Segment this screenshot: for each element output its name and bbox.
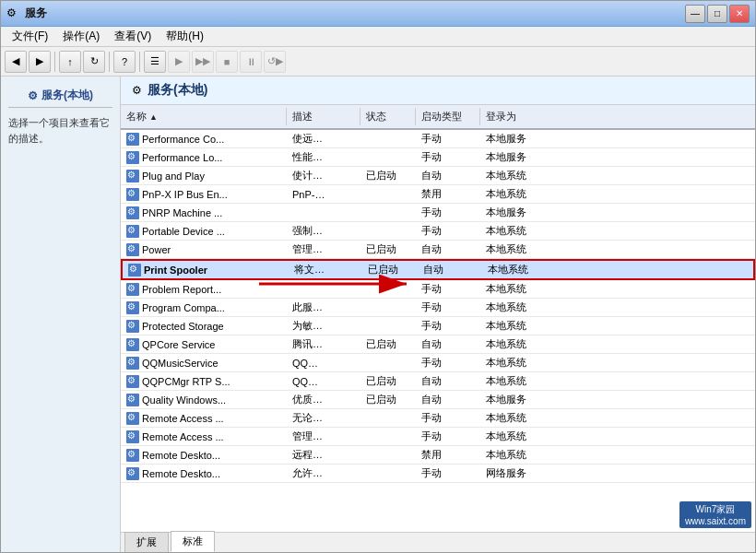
table-body[interactable]: Performance Co... 使远… 手动 本地服务 Performanc… xyxy=(121,130,755,532)
table-row[interactable]: Performance Co... 使远… 手动 本地服务 xyxy=(121,130,755,148)
service-name-cell: QQMusicService xyxy=(121,355,287,371)
service-icon xyxy=(126,449,139,462)
service-startup-cell: 手动 xyxy=(416,465,480,482)
service-icon xyxy=(126,301,139,314)
table-row[interactable]: Protected Storage 为敏… 手动 本地系统 xyxy=(121,317,755,335)
service-name: QPCore Service xyxy=(142,339,215,350)
service-startup-cell: 手动 xyxy=(416,317,480,335)
col-startup-header[interactable]: 启动类型 xyxy=(416,108,480,125)
service-startup-cell: 自动 xyxy=(416,391,480,408)
service-status-cell xyxy=(360,229,416,233)
restore-button[interactable]: □ xyxy=(707,5,727,23)
service-startup-cell: 手动 xyxy=(416,130,480,147)
menu-action[interactable]: 操作(A) xyxy=(55,27,107,46)
col-desc-header[interactable]: 描述 xyxy=(287,108,360,125)
service-desc-cell: 此服… xyxy=(287,299,360,316)
table-row[interactable]: Remote Access ... 无论… 手动 本地系统 xyxy=(121,409,755,428)
service-name-cell: Quality Windows... xyxy=(121,392,287,408)
refresh-button[interactable]: ↻ xyxy=(83,51,105,73)
service-icon xyxy=(126,206,139,219)
forward-button[interactable]: ▶ xyxy=(29,51,51,73)
service-desc-cell: QQ… xyxy=(287,374,360,389)
service-desc-cell: 腾讯… xyxy=(287,335,360,353)
service-name-cell: Performance Lo... xyxy=(121,149,287,166)
table-row[interactable]: Plug and Play 使计… 已启动 自动 本地系统 xyxy=(121,167,755,185)
service-name-cell: Plug and Play xyxy=(121,168,287,184)
play2-button[interactable]: ▶▶ xyxy=(192,51,214,73)
service-name: Remote Deskto... xyxy=(142,468,220,479)
title-bar: ⚙ 服务 — □ ✕ xyxy=(1,1,755,27)
table-row[interactable]: QQMusicService QQ… 手动 本地系统 xyxy=(121,354,755,372)
service-name-cell: QPCore Service xyxy=(121,336,287,353)
play-button[interactable]: ▶ xyxy=(168,51,190,73)
service-name-cell: QQPCMgr RTP S... xyxy=(121,373,287,390)
stop-button[interactable]: ■ xyxy=(216,51,238,73)
col-name-header[interactable]: 名称 ▲ xyxy=(121,108,287,125)
service-name: Portable Device ... xyxy=(142,226,225,237)
table-row[interactable]: Problem Report... 手动 本地系统 xyxy=(121,280,755,299)
table-row[interactable]: QQPCMgr RTP S... QQ… 已启动 自动 本地系统 xyxy=(121,372,755,391)
service-icon xyxy=(126,151,139,164)
menu-view[interactable]: 查看(V) xyxy=(107,27,159,46)
service-logon-cell: 本地系统 xyxy=(480,280,563,298)
service-name-cell: Portable Device ... xyxy=(121,223,287,240)
service-name-cell: Remote Deskto... xyxy=(121,447,287,464)
service-status-cell xyxy=(360,156,416,159)
tab-标准[interactable]: 标准 xyxy=(171,531,215,552)
service-logon-cell: 本地服务 xyxy=(480,204,563,221)
table-row[interactable]: PNRP Machine ... 手动 本地服务 xyxy=(121,204,755,222)
table-row[interactable]: Print Spooler 将文… 已启动 自动 本地系统 xyxy=(121,259,755,280)
table-row[interactable]: Program Compa... 此服… 手动 本地系统 xyxy=(121,299,755,317)
service-name-cell: PnP-X IP Bus En... xyxy=(121,186,287,203)
service-startup-cell: 禁用 xyxy=(416,446,480,464)
table-row[interactable]: PnP-X IP Bus En... PnP-… 禁用 本地系统 xyxy=(121,185,755,204)
col-status-header[interactable]: 状态 xyxy=(360,108,416,125)
service-status-cell xyxy=(360,417,416,420)
service-startup-cell: 自动 xyxy=(416,241,480,258)
table-row[interactable]: QPCore Service 腾讯… 已启动 自动 本地系统 xyxy=(121,335,755,354)
service-logon-cell: 本地系统 xyxy=(482,261,565,278)
minimize-button[interactable]: — xyxy=(685,5,705,23)
table-row[interactable]: Portable Device ... 强制… 手动 本地系统 xyxy=(121,222,755,241)
service-status-cell: 已启动 xyxy=(362,261,418,278)
sort-arrow: ▲ xyxy=(149,112,158,122)
back-button[interactable]: ◀ xyxy=(5,51,27,73)
content-header: ⚙ 服务(本地) xyxy=(121,76,755,105)
table-row[interactable]: Performance Lo... 性能… 手动 本地服务 xyxy=(121,148,755,167)
service-logon-cell: 本地系统 xyxy=(480,428,563,445)
main-window: ⚙ 服务 — □ ✕ 文件(F) 操作(A) 查看(V) 帮助(H) ◀ ▶ ↑… xyxy=(0,0,756,553)
col-logon-header[interactable]: 登录为 xyxy=(480,108,563,125)
table-row[interactable]: Remote Deskto... 允许… 手动 网络服务 xyxy=(121,465,755,483)
service-icon xyxy=(126,375,139,388)
service-desc-cell: 性能… xyxy=(287,148,360,166)
table-row[interactable]: Power 管理… 已启动 自动 本地系统 xyxy=(121,241,755,259)
service-logon-cell: 本地服务 xyxy=(480,148,563,166)
service-icon xyxy=(126,283,139,296)
content-header-icon: ⚙ xyxy=(132,84,142,97)
help-button[interactable]: ? xyxy=(113,51,136,73)
service-status-cell xyxy=(360,324,416,328)
table-row[interactable]: Quality Windows... 优质… 已启动 自动 本地服务 xyxy=(121,391,755,409)
menu-help[interactable]: 帮助(H) xyxy=(159,27,211,46)
service-name: Problem Report... xyxy=(142,284,221,295)
menu-file[interactable]: 文件(F) xyxy=(5,27,55,46)
service-status-cell xyxy=(360,193,416,196)
services-table: 名称 ▲ 描述 状态 启动类型 登录为 Performance Co... 使远… xyxy=(121,105,755,532)
title-buttons: — □ ✕ xyxy=(685,5,750,23)
up-button[interactable]: ↑ xyxy=(59,51,81,73)
service-name-cell: Performance Co... xyxy=(121,131,287,147)
pause-button[interactable]: ⏸ xyxy=(240,51,262,73)
tab-扩展[interactable]: 扩展 xyxy=(124,532,169,552)
service-startup-cell: 手动 xyxy=(416,428,480,445)
table-row[interactable]: Remote Deskto... 远程… 禁用 本地系统 xyxy=(121,446,755,465)
table-row[interactable]: Remote Access ... 管理… 手动 本地系统 xyxy=(121,428,755,446)
service-desc-cell: 将文… xyxy=(289,261,362,278)
service-name: PnP-X IP Bus En... xyxy=(142,189,228,200)
close-button[interactable]: ✕ xyxy=(729,5,750,23)
service-icon xyxy=(126,188,139,201)
service-desc-cell: 无论… xyxy=(287,409,360,427)
export-button[interactable]: ☰ xyxy=(144,51,166,73)
service-icon xyxy=(126,320,139,333)
restart-button[interactable]: ↺▶ xyxy=(264,51,286,73)
service-desc-cell: 使计… xyxy=(287,167,360,184)
